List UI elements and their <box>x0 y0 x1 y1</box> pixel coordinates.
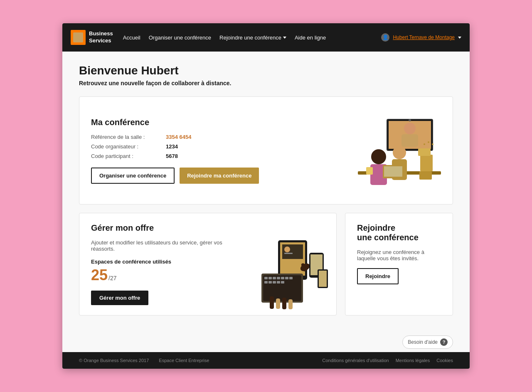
nav-links: Accueil Organiser une conférence Rejoind… <box>123 35 372 41</box>
svg-rect-34 <box>281 277 284 279</box>
footer-copyright: © Orange Business Services 2017 <box>79 358 149 363</box>
svg-point-18 <box>432 143 433 145</box>
svg-rect-44 <box>282 298 286 309</box>
svg-rect-33 <box>277 277 280 279</box>
organizer-label: Code organisateur : <box>91 143 166 150</box>
nav-aide[interactable]: Aide en ligne <box>295 35 326 41</box>
svg-rect-36 <box>289 277 293 279</box>
reference-value[interactable]: 3354 6454 <box>166 134 191 140</box>
svg-point-6 <box>371 149 386 164</box>
svg-rect-21 <box>282 244 303 259</box>
svg-rect-42 <box>270 296 274 309</box>
help-icon: ? <box>440 338 448 346</box>
usage-total: /27 <box>108 275 116 281</box>
svg-rect-37 <box>264 281 268 284</box>
help-button[interactable]: Besoin d'aide ? <box>402 335 453 349</box>
svg-point-8 <box>393 146 406 159</box>
svg-rect-40 <box>277 281 280 284</box>
join-card: Rejoindre une conférence Rejoignez une c… <box>345 213 453 316</box>
conference-actions: Organiser une conférence Rejoindre ma co… <box>91 168 325 184</box>
svg-rect-3 <box>401 134 418 147</box>
footer-cgu[interactable]: Conditions générales d'utilisation <box>322 358 389 363</box>
rejoindre-button[interactable]: Rejoindre <box>357 268 399 284</box>
nav-organiser[interactable]: Organiser une conférence <box>149 35 211 41</box>
svg-point-22 <box>284 247 290 252</box>
ma-conference-card: Ma conférence Référence de la salle : 33… <box>79 96 453 205</box>
participant-label: Code participant : <box>91 153 166 159</box>
svg-rect-31 <box>268 277 272 279</box>
user-name: Hubert Ternave de Montage <box>393 35 455 40</box>
organizer-value: 1234 <box>166 143 178 150</box>
conference-title: Ma conférence <box>91 118 325 127</box>
svg-rect-12 <box>366 167 373 175</box>
rejoindre-conference-button[interactable]: Rejoindre ma conférence <box>180 168 259 184</box>
user-icon: 👤 <box>381 33 389 42</box>
svg-rect-45 <box>288 299 293 309</box>
svg-rect-11 <box>384 166 402 177</box>
navbar: Business Services Accueil Organiser une … <box>62 23 470 52</box>
nav-accueil[interactable]: Accueil <box>123 35 140 41</box>
brand-logo-area[interactable]: Business Services <box>71 30 113 45</box>
svg-rect-43 <box>276 298 280 309</box>
footer-left: © Orange Business Services 2017 Espace C… <box>79 358 209 363</box>
svg-point-17 <box>428 141 429 143</box>
welcome-title: Bienvenue Hubert <box>79 64 453 77</box>
manage-offer-button[interactable]: Gérer mon offre <box>91 291 148 305</box>
svg-rect-47 <box>319 271 327 287</box>
footer-links: Conditions générales d'utilisation Menti… <box>322 358 453 363</box>
orange-logo <box>71 30 86 45</box>
footer-espace-client: Espace Client Entreprise <box>159 358 209 363</box>
rejoindre-dropdown-arrow <box>283 37 286 39</box>
join-subtitle: Rejoignez une conférence à laquelle vous… <box>357 249 441 261</box>
manage-illustration <box>253 232 336 315</box>
svg-rect-38 <box>268 281 272 284</box>
conference-card-content: Ma conférence Référence de la salle : 33… <box>91 118 325 184</box>
user-section[interactable]: 👤 Hubert Ternave de Montage <box>381 33 461 42</box>
svg-rect-32 <box>273 277 276 279</box>
svg-rect-13 <box>420 155 433 171</box>
brand-text: Business Services <box>89 30 113 44</box>
nav-rejoindre[interactable]: Rejoindre une conférence <box>219 35 286 41</box>
svg-point-2 <box>404 123 416 134</box>
main-content: Bienvenue Hubert Retrouvez une nouvelle … <box>62 52 470 332</box>
footer-cookies[interactable]: Cookies <box>436 358 453 363</box>
manage-card: Gérer mon offre Ajouter et modifier les … <box>79 213 337 316</box>
svg-rect-41 <box>281 281 284 284</box>
organizer-row: Code organisateur : 1234 <box>91 143 325 150</box>
logo-inner <box>73 32 83 42</box>
svg-rect-15 <box>419 171 432 180</box>
svg-rect-35 <box>285 277 288 279</box>
help-button-label: Besoin d'aide <box>408 339 438 345</box>
participant-value: 5678 <box>166 153 178 159</box>
manage-subtitle: Ajouter et modifier les utilisateurs du … <box>91 239 224 252</box>
svg-rect-14 <box>418 148 431 156</box>
reference-label: Référence de la salle : <box>91 134 166 140</box>
svg-point-4 <box>409 119 411 121</box>
svg-rect-23 <box>284 253 293 254</box>
svg-rect-30 <box>264 277 268 279</box>
welcome-subtitle: Retrouvez une nouvelle façon de collabor… <box>79 80 453 86</box>
join-title: Rejoindre une conférence <box>357 223 441 242</box>
usage-current: 25 <box>91 266 108 284</box>
bottom-cards: Gérer mon offre Ajouter et modifier les … <box>79 213 453 316</box>
manage-title: Gérer mon offre <box>91 223 325 233</box>
footer-mentions[interactable]: Mentions légales <box>396 358 430 363</box>
footer: © Orange Business Services 2017 Espace C… <box>62 352 470 369</box>
user-dropdown-arrow <box>458 37 461 39</box>
svg-point-16 <box>424 143 425 145</box>
organiser-conference-button[interactable]: Organiser une conférence <box>91 168 175 184</box>
svg-rect-39 <box>273 281 276 284</box>
participant-row: Code participant : 5678 <box>91 153 325 159</box>
help-bar: Besoin d'aide ? <box>62 332 470 352</box>
conference-illustration <box>325 107 441 194</box>
reference-row: Référence de la salle : 3354 6454 <box>91 134 325 140</box>
